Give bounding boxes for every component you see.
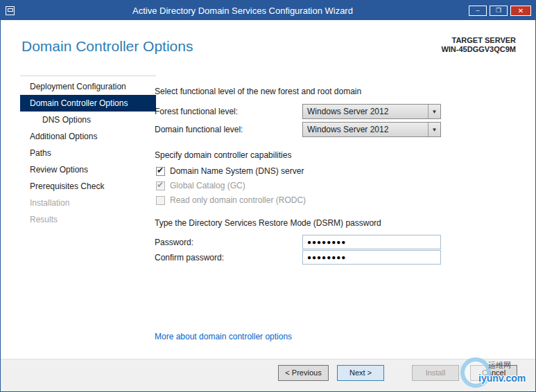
previous-button[interactable]: < Previous — [278, 365, 329, 381]
forest-functional-level-select[interactable]: Windows Server 2012 ▼ — [302, 104, 441, 119]
wizard-nav: Deployment Configuration Domain Controll… — [20, 75, 156, 228]
checkbox-checked-disabled-icon — [156, 181, 165, 190]
password-label: Password: — [155, 235, 193, 250]
capabilities-heading: Specify domain controller capabilities — [155, 150, 291, 160]
nav-item-dns-options[interactable]: DNS Options — [20, 112, 156, 128]
window-title: Active Directory Domain Services Configu… — [19, 6, 466, 16]
install-button: Install — [412, 365, 459, 381]
watermark-url-text: iyunv.com — [478, 373, 526, 384]
rodc-checkbox-row: Read only domain controller (RODC) — [156, 195, 306, 206]
page-title: Domain Controller Options — [21, 38, 193, 55]
checkbox-unchecked-disabled-icon — [156, 196, 165, 205]
domain-functional-level-label: Domain functional level: — [155, 122, 243, 137]
watermark: 运维网 iyunv.com — [460, 356, 530, 391]
checkbox-checked-icon[interactable] — [156, 167, 165, 176]
confirm-password-label: Confirm password: — [155, 250, 224, 265]
forest-functional-level-value: Windows Server 2012 — [303, 107, 428, 116]
nav-item-installation: Installation — [20, 195, 156, 211]
wizard-window: Active Directory Domain Services Configu… — [0, 0, 536, 392]
watermark-cn-text: 运维网 — [488, 360, 511, 371]
chevron-down-icon[interactable]: ▼ — [428, 105, 440, 118]
nav-item-review-options[interactable]: Review Options — [20, 161, 156, 178]
next-button[interactable]: Next > — [337, 365, 384, 381]
footer-bar: < Previous Next > Install Cancel — [1, 359, 535, 391]
domain-functional-level-select[interactable]: Windows Server 2012 ▼ — [302, 122, 441, 137]
domain-functional-level-value: Windows Server 2012 — [303, 125, 428, 134]
nav-item-prerequisites-check[interactable]: Prerequisites Check — [20, 178, 156, 195]
more-about-link[interactable]: More about domain controller options — [155, 332, 292, 341]
nav-item-paths[interactable]: Paths — [20, 145, 156, 161]
nav-item-additional-options[interactable]: Additional Options — [20, 128, 156, 145]
dsrm-password-heading: Type the Directory Services Restore Mode… — [155, 218, 381, 228]
close-button[interactable]: ✕ — [510, 6, 531, 16]
functional-level-heading: Select functional level of the new fores… — [155, 87, 361, 96]
nav-item-domain-controller-options[interactable]: Domain Controller Options — [20, 95, 156, 112]
window-controls: – ❐ ✕ — [466, 6, 531, 16]
target-server-label: TARGET SERVER — [441, 36, 516, 45]
rodc-checkbox-label: Read only domain controller (RODC) — [170, 195, 306, 205]
main-content: Select functional level of the new fores… — [155, 81, 515, 358]
nav-item-deployment-configuration[interactable]: Deployment Configuration — [20, 78, 156, 95]
nav-item-results: Results — [20, 211, 156, 228]
global-catalog-checkbox-label: Global Catalog (GC) — [170, 181, 245, 190]
forest-functional-level-label: Forest functional level: — [155, 104, 238, 119]
maximize-button[interactable]: ❐ — [490, 6, 508, 16]
password-input[interactable] — [302, 235, 441, 249]
dns-server-checkbox-row[interactable]: Domain Name System (DNS) server — [156, 166, 304, 177]
target-server-block: TARGET SERVER WIN-45DGGV3QC9M — [441, 36, 516, 54]
global-catalog-checkbox-row: Global Catalog (GC) — [156, 180, 245, 191]
target-server-name: WIN-45DGGV3QC9M — [441, 45, 516, 54]
app-icon — [6, 6, 15, 15]
titlebar: Active Directory Domain Services Configu… — [1, 1, 535, 20]
minimize-button[interactable]: – — [469, 6, 487, 16]
dns-server-checkbox-label: Domain Name System (DNS) server — [170, 166, 304, 176]
chevron-down-icon[interactable]: ▼ — [428, 123, 440, 136]
confirm-password-input[interactable] — [302, 250, 441, 265]
